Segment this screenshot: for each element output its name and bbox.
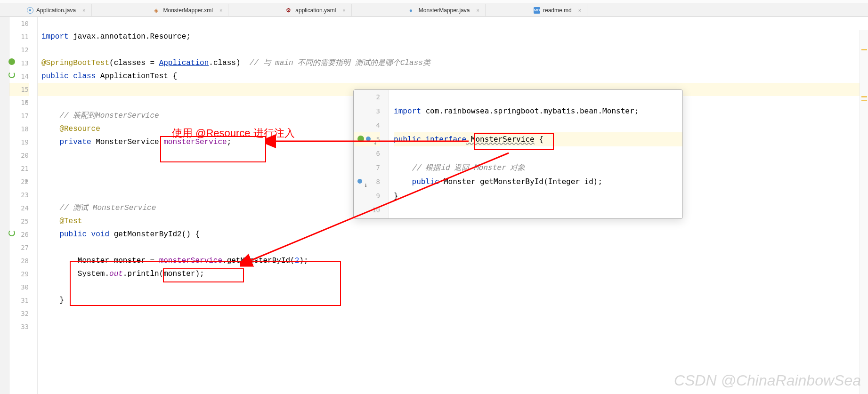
code-line[interactable]: Monster monster = monsterService.getMons…	[38, 254, 868, 267]
close-icon[interactable]: ×	[342, 8, 345, 13]
code-line[interactable]: import javax.annotation.Resource;	[38, 30, 868, 43]
popup-gutter-line: 2	[354, 90, 380, 104]
popup-code-line[interactable]	[394, 203, 682, 217]
popup-gutter-line: 3	[354, 104, 380, 118]
tab-label: MonsterMapper.xml	[163, 7, 213, 14]
minimap-warning[interactable]	[861, 96, 867, 97]
gutter-line[interactable]: 15	[9, 83, 29, 96]
tab-label: Application.java	[36, 7, 76, 14]
popup-code-line[interactable]	[394, 118, 682, 132]
gutter-line[interactable]: 24	[9, 201, 29, 215]
quick-definition-popup[interactable]: 2345↓678↓910 import com.rainbowsea.sprin…	[353, 89, 683, 219]
gutter-line[interactable]: 28	[9, 254, 29, 267]
interface-icon: ●	[409, 7, 416, 14]
gutter-line[interactable]: 21	[9, 162, 29, 175]
code-line[interactable]	[38, 281, 868, 294]
popup-code-line[interactable]	[394, 146, 682, 161]
gutter-line[interactable]: 32	[9, 307, 29, 320]
code-line[interactable]: }	[38, 294, 868, 307]
code-line[interactable]	[38, 241, 868, 254]
line-gutter[interactable]: 1011121314151617181920212223242526272829…	[9, 17, 38, 394]
gutter-line[interactable]: 23	[9, 188, 29, 201]
code-line[interactable]: public void getMonsterById2() {	[38, 228, 868, 241]
gutter-line[interactable]: 14	[9, 70, 29, 83]
tab-monstermapper-java[interactable]: ● MonsterMapper.java ×	[404, 4, 486, 17]
tab-label: application.yaml	[295, 7, 336, 14]
gutter-line[interactable]: 22	[9, 175, 29, 188]
minimap-warning[interactable]	[861, 49, 867, 50]
gutter-line[interactable]: 25	[9, 215, 29, 228]
fold-icon[interactable]	[25, 179, 28, 183]
close-icon[interactable]: ×	[219, 8, 222, 13]
gutter-line[interactable]: 19	[9, 136, 29, 149]
spring-bean-icon[interactable]	[357, 136, 364, 142]
minimap-warning[interactable]	[861, 100, 867, 101]
popup-code-line[interactable]	[394, 90, 682, 104]
class-icon	[27, 7, 33, 14]
gutter-line[interactable]: 10	[9, 17, 29, 30]
popup-gutter-line: 5↓	[354, 132, 380, 146]
gutter-line[interactable]: 13	[9, 56, 29, 70]
popup-code-line[interactable]: }	[394, 189, 682, 203]
minimap[interactable]	[860, 30, 868, 394]
popup-gutter-line: 4	[354, 118, 380, 132]
code-line[interactable]: @SpringBootTest(classes = Application.cl…	[38, 56, 868, 70]
run-test-icon[interactable]	[8, 72, 15, 78]
tab-monstermapper-xml[interactable]: ◈ MonsterMapper.xml ×	[148, 4, 229, 17]
tab-label: readme.md	[543, 7, 572, 14]
popup-code[interactable]: import com.rainbowsea.springboot.mybatis…	[389, 90, 682, 218]
popup-gutter-line: 10	[354, 203, 380, 217]
tab-application-java[interactable]: Application.java ×	[21, 4, 92, 17]
fold-icon[interactable]	[25, 100, 28, 104]
xml-icon: ◈	[154, 7, 161, 14]
popup-code-line[interactable]: public interface MonsterService {	[394, 132, 682, 146]
tool-window-bar[interactable]	[0, 17, 9, 394]
gutter-line[interactable]: 17	[9, 109, 29, 122]
interface-icon[interactable]	[366, 137, 371, 141]
gutter-line[interactable]: 18	[9, 122, 29, 136]
gutter-line[interactable]: 26	[9, 228, 29, 241]
tab-bar: Application.java × ◈ MonsterMapper.xml ×…	[0, 4, 868, 17]
popup-gutter: 2345↓678↓910	[354, 90, 389, 218]
gutter-line[interactable]: 29	[9, 267, 29, 281]
popup-gutter-line: 7	[354, 161, 380, 175]
gutter-line[interactable]: 27	[9, 241, 29, 254]
gutter-line[interactable]: 20	[9, 149, 29, 162]
close-icon[interactable]: ×	[477, 8, 479, 13]
close-icon[interactable]: ×	[82, 8, 85, 13]
tab-readme-md[interactable]: MD readme.md ×	[528, 4, 587, 17]
code-line[interactable]	[38, 320, 868, 333]
code-line[interactable]: System.out.println(monster);	[38, 267, 868, 281]
gutter-line[interactable]: 31	[9, 294, 29, 307]
popup-code-line[interactable]: public Monster getMonsterById(Integer id…	[394, 175, 682, 189]
gutter-line[interactable]: 33	[9, 320, 29, 333]
tab-application-yaml[interactable]: ⚙ application.yaml ×	[280, 4, 351, 17]
code-line[interactable]: public class ApplicationTest {	[38, 70, 868, 83]
code-line[interactable]	[38, 17, 868, 30]
close-icon[interactable]: ×	[578, 8, 581, 13]
gutter-line[interactable]: 12	[9, 43, 29, 56]
popup-gutter-line: 9	[354, 189, 380, 203]
popup-gutter-line: 8↓	[354, 175, 380, 189]
popup-code-line[interactable]: // 根据id 返回 Monster 对象	[394, 161, 682, 175]
yaml-icon: ⚙	[286, 7, 292, 14]
spring-icon[interactable]	[8, 58, 15, 65]
tab-label: MonsterMapper.java	[419, 7, 470, 14]
method-icon	[357, 179, 362, 184]
popup-gutter-line: 6	[354, 146, 380, 161]
tab-bar-overflow	[0, 0, 868, 4]
gutter-line[interactable]: 30	[9, 281, 29, 294]
popup-code-line[interactable]: import com.rainbowsea.springboot.mybatis…	[394, 104, 682, 118]
markdown-icon: MD	[534, 7, 540, 14]
gutter-line[interactable]: 11	[9, 30, 29, 43]
code-line[interactable]	[38, 43, 868, 56]
code-line[interactable]	[38, 307, 868, 320]
run-test-icon[interactable]	[8, 230, 15, 236]
gutter-line[interactable]: 16	[9, 96, 29, 109]
